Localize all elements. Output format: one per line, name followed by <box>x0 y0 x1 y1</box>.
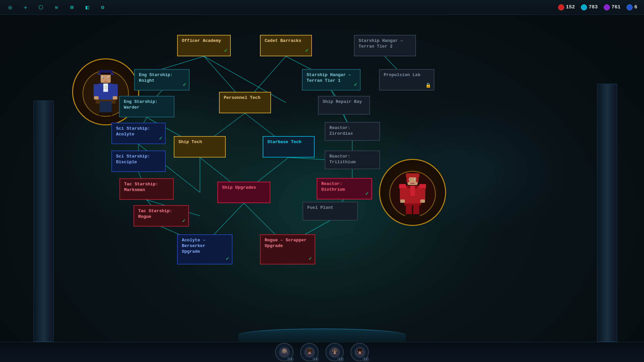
node-sci-disciple[interactable]: Sci Starship:Disciple <box>111 150 166 172</box>
svg-rect-97 <box>333 353 336 354</box>
node-reactor-diothrium[interactable]: Reactor: Diothrium ✓ <box>317 178 372 199</box>
node-label: Personnel Tech <box>224 95 260 100</box>
node-check: ✓ <box>226 255 229 262</box>
node-sci-acolyte[interactable]: Sci Starship:Acolyte ✓ <box>111 123 166 144</box>
node-label: Reactor: Trilithium <box>329 154 356 165</box>
avatar-slot-3[interactable]: L2 <box>351 343 369 361</box>
node-label: Rogue – Scrapper Upgrade <box>265 238 307 248</box>
svg-rect-50 <box>113 96 117 100</box>
svg-rect-91 <box>308 353 311 354</box>
node-rogue-scrapper[interactable]: Rogue – Scrapper Upgrade ✓ <box>260 234 315 264</box>
node-reactor-trilithium[interactable]: Reactor: Trilithium <box>325 150 380 169</box>
node-cadet-barracks[interactable]: Cadet Barracks ✓ <box>260 35 312 56</box>
grid-icon[interactable]: ⊞ <box>67 3 76 12</box>
node-label: Cadet Barracks <box>265 38 301 43</box>
node-check: ✓ <box>183 81 186 88</box>
avatar-slot-2[interactable]: L3 <box>325 343 344 361</box>
node-propulsion-lab[interactable]: Propulsion Lab 🔒 <box>379 69 434 90</box>
node-check: ✓ <box>305 47 309 54</box>
svg-rect-82 <box>282 352 284 353</box>
tools-icon[interactable]: ⚒ <box>52 3 61 12</box>
node-check: ✓ <box>354 81 357 88</box>
node-ship-upgrades[interactable]: Ship Upgrades <box>217 182 270 203</box>
svg-rect-77 <box>413 205 419 216</box>
avatar-slot-0[interactable]: L4 <box>275 343 293 361</box>
svg-rect-34 <box>101 73 111 75</box>
node-fuel-plant[interactable]: Fuel Plant <box>303 202 358 221</box>
node-check: ✓ <box>309 255 312 262</box>
energy-value: 761 <box>611 4 621 10</box>
node-starship-hangar-t1[interactable]: Starship Hangar –Terran Tier 1 ✓ <box>302 69 361 90</box>
avatar-level-2: L3 <box>337 357 344 361</box>
tech-tree-area: .conn { stroke: #00cccc; stroke-width: 1… <box>0 15 644 342</box>
svg-rect-40 <box>104 81 108 82</box>
metal-icon <box>558 4 564 10</box>
svg-rect-46 <box>105 88 106 88</box>
svg-rect-71 <box>400 188 405 200</box>
node-ship-repair-bay[interactable]: Ship Repair Bay <box>318 96 370 115</box>
node-personnel-tech[interactable]: Personnel Tech <box>219 92 271 113</box>
avatar-level-0: L4 <box>287 357 293 361</box>
svg-rect-76 <box>406 205 412 216</box>
node-eng-knight[interactable]: Eng Starship:Knight ✓ <box>134 69 190 90</box>
avatar-face-3 <box>355 347 365 358</box>
svg-rect-48 <box>112 84 118 97</box>
avatar-level-1: L4 <box>312 357 319 361</box>
node-label: Ship Tech <box>178 139 202 144</box>
avatar-bar: L4 L4 L3 <box>0 342 644 362</box>
node-acolyte-berserker[interactable]: Acolyte –BerserkerUpgrade ✓ <box>177 234 232 264</box>
crystal-resource: 783 <box>581 4 598 10</box>
character-art-right <box>389 164 436 221</box>
node-ship-tech[interactable]: Ship Tech <box>174 136 226 158</box>
svg-rect-64 <box>415 179 416 180</box>
node-check: ✓ <box>224 47 227 54</box>
node-label: Sci Starship:Disciple <box>116 154 150 165</box>
node-starship-hangar-t2[interactable]: Starship Hangar –Terran Tier 2 <box>354 35 416 56</box>
hud-icons: ◎ ✛ ⬡ ⚒ ⊞ ◧ ⚙ <box>0 3 107 12</box>
svg-rect-37 <box>103 77 104 78</box>
shield-icon[interactable]: ⬡ <box>36 3 46 12</box>
svg-rect-38 <box>108 77 109 78</box>
metal-value: 152 <box>566 4 575 10</box>
portrait-icon[interactable]: ◧ <box>83 3 92 12</box>
avatar-slot-1[interactable]: L4 <box>300 343 319 361</box>
svg-rect-79 <box>413 214 420 218</box>
svg-rect-102 <box>361 351 362 353</box>
svg-rect-73 <box>400 199 405 203</box>
node-reactor-zirordiax[interactable]: Reactor: Zirordiax <box>325 122 380 141</box>
node-label: Acolyte –BerserkerUpgrade <box>182 238 205 254</box>
node-officer-academy[interactable]: Officer Academy ✓ <box>177 35 231 56</box>
platform-base <box>238 328 406 342</box>
node-label: Tac Starship:Marksman <box>124 182 158 192</box>
svg-rect-83 <box>285 352 286 353</box>
node-check: ✓ <box>159 135 162 142</box>
node-label: Ship Upgrades <box>222 185 256 190</box>
node-tac-rogue[interactable]: Tac Starship:Rogue ✓ <box>133 205 189 227</box>
supply-value: 6 <box>634 4 637 10</box>
avatar-level-3: L2 <box>363 357 369 361</box>
right-portrait <box>379 159 446 226</box>
svg-rect-72 <box>420 188 425 200</box>
node-label: Officer Academy <box>182 38 221 43</box>
svg-rect-65 <box>411 183 415 184</box>
node-starbase-tech[interactable]: Starbase Tech <box>263 136 315 158</box>
svg-line-0 <box>162 56 204 69</box>
svg-rect-68 <box>410 186 415 196</box>
node-check: ✓ <box>182 218 185 225</box>
target-icon[interactable]: ✛ <box>21 3 30 12</box>
svg-rect-104 <box>358 349 362 351</box>
avatar-face-0 <box>279 347 290 358</box>
settings-icon[interactable]: ⚙ <box>98 3 107 12</box>
node-tac-marksman[interactable]: Tac Starship:Marksman <box>119 178 174 200</box>
svg-rect-78 <box>405 214 413 218</box>
radar-icon[interactable]: ◎ <box>5 3 15 12</box>
svg-rect-63 <box>410 179 411 180</box>
svg-rect-98 <box>332 349 337 351</box>
svg-rect-55 <box>106 112 112 116</box>
svg-rect-95 <box>333 351 334 353</box>
node-eng-warder[interactable]: Eng Starship:Warder <box>119 96 174 117</box>
svg-rect-52 <box>100 101 106 113</box>
supply-icon <box>627 4 633 10</box>
svg-rect-69 <box>399 184 406 189</box>
svg-rect-49 <box>94 96 99 100</box>
